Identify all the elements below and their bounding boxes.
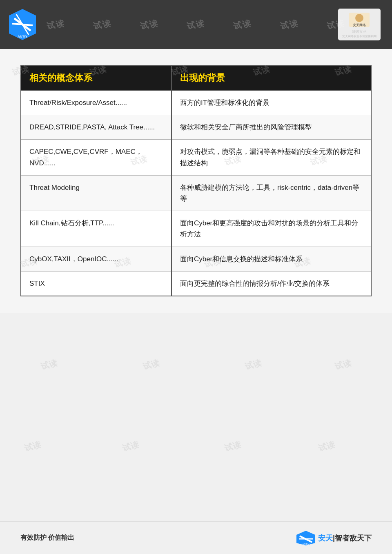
table-cell-col2-6: 面向更完整的综合性的情报分析/作业/交换的体系: [172, 271, 371, 296]
header-wm-5: 试读: [233, 18, 252, 31]
header-wm-1: 试读: [46, 18, 66, 31]
table-cell-col2-5: 面向Cyber和信息交换的描述和标准体系: [172, 247, 371, 271]
table-row: Threat Modeling各种威胁建模的方法论，工具，risk-centri…: [21, 175, 371, 211]
header-watermarks: 试读 试读 试读 试读 试读 试读 试读: [0, 0, 392, 49]
table-cell-col1-6: STIX: [21, 271, 172, 296]
footer-logo-text: 安天|智者敌天下: [318, 533, 372, 543]
table-row: DREAD,STRIDE,PASTA, Attack Tree......微软和…: [21, 115, 371, 140]
cwm-17: 试读: [334, 357, 352, 372]
cwm-20: 试读: [223, 439, 242, 454]
header-right-logo: 安天网络 娜娜女巫 安天网络安全令训营第四期: [335, 6, 384, 43]
table-cell-col2-4: 面向Cyber和更高强度的攻击和对抗的场景的分析工具和分析方法: [172, 211, 371, 247]
footer: 有效防护 价值输出 ANTIY 安天|智者敌天下: [0, 521, 392, 554]
footer-logo: ANTIY 安天|智者敌天下: [296, 530, 372, 546]
svg-text:ANTIY: ANTIY: [302, 543, 310, 545]
table-row: CybOX,TAXII，OpenIOC......面向Cyber和信息交换的描述…: [21, 247, 371, 271]
cwm-19: 试读: [121, 439, 140, 454]
table-row: STIX面向更完整的综合性的情报分析/作业/交换的体系: [21, 271, 371, 296]
right-logo-text-1: 娜娜女巫: [352, 29, 367, 34]
cwm-16: 试读: [244, 357, 263, 372]
cwm-18: 试读: [23, 439, 42, 454]
header-wm-3: 试读: [140, 18, 159, 31]
cwm-21: 试读: [317, 439, 336, 454]
table-cell-col1-3: Threat Modeling: [21, 175, 172, 211]
table-cell-col1-0: Threat/Risk/Exposure/Asset......: [21, 90, 172, 115]
footer-logo-icon: ANTIY: [296, 530, 316, 546]
table-cell-col1-4: Kill Chain,钻石分析,TTP......: [21, 211, 172, 247]
cwm-14: 试读: [40, 357, 58, 372]
table-cell-col1-2: CAPEC,CWE,CVE,CVRF，MAEC，NVD......: [21, 140, 172, 175]
header-bar: ANTIY 试读 试读 试读 试读 试读 试读 试读 安天网络: [0, 0, 392, 49]
table-cell-col1-5: CybOX,TAXII，OpenIOC......: [21, 247, 172, 271]
table-cell-col2-1: 微软和相关安全厂商所推出的风险管理模型: [172, 115, 371, 140]
table-row: Threat/Risk/Exposure/Asset......西方的IT管理和…: [21, 90, 371, 115]
right-logo-icon: 安天网络: [347, 11, 372, 29]
table-cell-col2-2: 对攻击模式，脆弱点，漏洞等各种基础的安全元素的标定和描述结构: [172, 140, 371, 175]
right-logo-text-2: 安天网络安全令训营第四期: [342, 34, 376, 38]
header-wm-4: 试读: [186, 18, 206, 31]
antiy-logo: ANTIY: [8, 8, 37, 41]
cwm-15: 试读: [142, 357, 160, 372]
table-cell-col1-1: DREAD,STRIDE,PASTA, Attack Tree......: [21, 115, 172, 140]
col1-header: 相关的概念体系: [21, 66, 172, 90]
col2-header: 出现的背景: [172, 66, 371, 90]
table-row: Kill Chain,钻石分析,TTP......面向Cyber和更高强度的攻击…: [21, 211, 371, 247]
svg-point-6: [355, 14, 363, 22]
page-container: ANTIY 试读 试读 试读 试读 试读 试读 试读 安天网络: [0, 0, 392, 554]
header-logo: ANTIY: [8, 8, 37, 41]
header-wm-2: 试读: [93, 18, 112, 31]
svg-text:ANTIY: ANTIY: [18, 35, 28, 38]
footer-tagline: 有效防护 价值输出: [20, 534, 74, 542]
table-row: CAPEC,CWE,CVE,CVRF，MAEC，NVD......对攻击模式，脆…: [21, 140, 371, 175]
concepts-table: 相关的概念体系 出现的背景 Threat/Risk/Exposure/Asset…: [20, 65, 372, 296]
table-cell-col2-3: 各种威胁建模的方法论，工具，risk-centric，data-driven等等: [172, 175, 371, 211]
header-wm-6: 试读: [280, 18, 299, 31]
main-content: 相关的概念体系 出现的背景 Threat/Risk/Exposure/Asset…: [0, 49, 392, 313]
table-cell-col2-0: 西方的IT管理和标准化的背景: [172, 90, 371, 115]
svg-text:安天网络: 安天网络: [353, 23, 366, 27]
